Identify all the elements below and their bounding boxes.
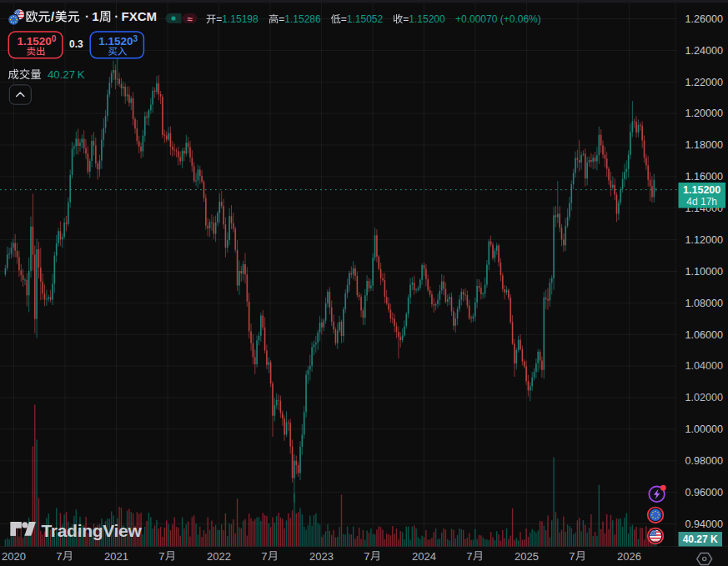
svg-text:·: · xyxy=(114,9,118,23)
svg-text:2023: 2023 xyxy=(309,550,334,563)
svg-text:7: 7 xyxy=(466,550,472,563)
svg-text:7: 7 xyxy=(158,550,164,563)
svg-text:0.96000: 0.96000 xyxy=(685,487,724,498)
svg-text:1.02000: 1.02000 xyxy=(685,392,724,403)
svg-text:40.27 K: 40.27 K xyxy=(683,533,718,545)
svg-text:1.10000: 1.10000 xyxy=(685,266,724,278)
svg-text:7: 7 xyxy=(364,550,369,563)
svg-text:FXCM: FXCM xyxy=(122,9,158,23)
svg-text:1.15203: 1.15203 xyxy=(98,34,138,48)
svg-text:1.24000: 1.24000 xyxy=(685,45,724,57)
svg-text:2020: 2020 xyxy=(2,550,26,563)
svg-text:·: · xyxy=(85,9,89,23)
svg-text:4d 17h: 4d 17h xyxy=(686,196,717,208)
svg-text:7: 7 xyxy=(56,550,62,563)
svg-text:0.94000: 0.94000 xyxy=(685,518,724,530)
svg-text:2026: 2026 xyxy=(617,550,641,563)
svg-text:1: 1 xyxy=(92,9,98,23)
svg-text:2021: 2021 xyxy=(104,550,128,563)
svg-text:2024: 2024 xyxy=(412,550,436,563)
svg-text:=1.15286: =1.15286 xyxy=(279,13,321,25)
svg-text:1.00000: 1.00000 xyxy=(685,423,724,435)
svg-text:7: 7 xyxy=(569,550,575,563)
svg-text:=1.15200: =1.15200 xyxy=(403,13,445,25)
svg-text:1.08000: 1.08000 xyxy=(685,298,724,309)
svg-text:1.22000: 1.22000 xyxy=(685,77,724,88)
svg-text:1.26000: 1.26000 xyxy=(685,13,724,25)
svg-text:TradingView: TradingView xyxy=(42,521,143,540)
svg-text:1.20000: 1.20000 xyxy=(685,108,724,119)
svg-text:1.18000: 1.18000 xyxy=(685,139,724,151)
svg-text:1.15200: 1.15200 xyxy=(683,184,720,196)
svg-text:≈: ≈ xyxy=(187,14,193,24)
svg-text:7: 7 xyxy=(261,550,267,563)
svg-text:40.27 K: 40.27 K xyxy=(48,68,85,81)
svg-text:1.15200: 1.15200 xyxy=(17,34,56,48)
svg-text:0.3: 0.3 xyxy=(69,38,83,50)
svg-text:+0.00070 (+0.06%): +0.00070 (+0.06%) xyxy=(455,13,541,25)
svg-text:2022: 2022 xyxy=(207,550,231,563)
svg-text:1.12000: 1.12000 xyxy=(685,234,724,246)
svg-text:0.98000: 0.98000 xyxy=(685,455,724,467)
svg-text:1.04000: 1.04000 xyxy=(685,360,724,372)
svg-text:2025: 2025 xyxy=(515,550,539,563)
svg-text:=1.15198: =1.15198 xyxy=(216,13,259,25)
svg-text:1.16000: 1.16000 xyxy=(685,171,724,183)
svg-text:=1.15052: =1.15052 xyxy=(341,13,384,25)
svg-text:1.06000: 1.06000 xyxy=(685,329,724,341)
